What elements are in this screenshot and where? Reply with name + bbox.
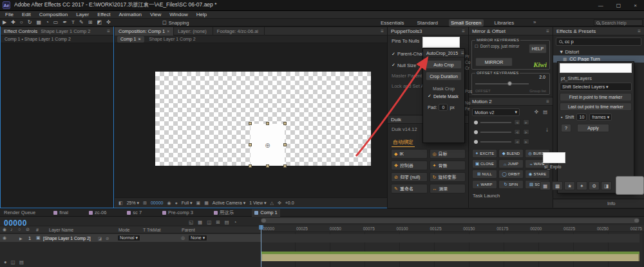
tab-footage[interactable]: Footage: 4/zc-06.ai <box>213 27 265 35</box>
tab-motion-2[interactable]: Motion 2 <box>472 99 492 104</box>
help-button[interactable]: HELP <box>529 44 547 54</box>
composition-viewer[interactable]: ⊕ <box>115 43 387 197</box>
snapping-toggle[interactable]: ☐Snapping <box>162 19 189 26</box>
comp-tab-comp-1[interactable]: Comp 1 <box>252 209 279 217</box>
info-panel-tab[interactable]: Info <box>553 199 644 208</box>
selection-handle[interactable] <box>266 122 269 125</box>
selection-handle[interactable] <box>283 122 287 125</box>
parent-pickwhip-icon[interactable]: ◎ <box>181 235 185 241</box>
warp-button[interactable]: ◐ WARP <box>472 180 497 189</box>
selection-handle[interactable] <box>283 164 287 168</box>
offset-value[interactable]: 2.0 <box>539 75 545 79</box>
workspace-essentials[interactable]: Essentials <box>379 19 406 26</box>
highlighted-input[interactable] <box>422 37 460 48</box>
menu-item[interactable]: Animation <box>118 12 142 17</box>
tab-mirror-offset[interactable]: Mirror & Offset <box>472 28 506 34</box>
comp-tab-final[interactable]: final <box>51 209 71 217</box>
menu-item[interactable]: Help <box>196 12 207 17</box>
slider-track[interactable] <box>480 132 511 133</box>
menu-item[interactable]: Composition <box>39 12 68 17</box>
list-icon[interactable]: ▤ <box>543 109 547 115</box>
layer-expander[interactable]: ▶ <box>19 236 23 241</box>
slider-right-button[interactable]: ▹ <box>523 139 529 144</box>
expand-inout-icon[interactable]: ▤ <box>19 259 24 265</box>
crop-duration-button[interactable]: Crop Duration <box>426 72 462 81</box>
split-view-icon[interactable]: ◨ <box>601 181 612 190</box>
tab-puppettools3[interactable]: PuppetTools3 <box>391 28 422 34</box>
subtab-shape-layer[interactable]: Shape Layer 1 Comp 2 <box>149 37 196 41</box>
slider-handle-icon[interactable] <box>474 140 478 144</box>
draft-3d-icon[interactable]: ▦ <box>198 219 202 225</box>
rename-button[interactable]: ✎ 重命名 <box>391 184 428 193</box>
effects-search-input[interactable]: cc p <box>556 37 641 46</box>
workspace-standard[interactable]: Standard <box>415 19 439 26</box>
grid-view-icon[interactable]: ▦ <box>540 181 551 190</box>
selection-tool-icon[interactable]: ▶ <box>3 19 6 26</box>
panel-menu-icon[interactable]: ≡ <box>461 50 464 56</box>
down-arrow-icon[interactable]: ↓ <box>545 126 549 133</box>
unified-camera-tool-icon[interactable]: ▦ <box>36 19 41 26</box>
slider-handle-icon[interactable] <box>474 130 478 134</box>
selection-handle[interactable] <box>249 122 252 125</box>
measure-button[interactable]: ↔ 测量 <box>430 184 466 193</box>
column-mode[interactable]: Mode <box>118 228 130 232</box>
layer-visibility-toggle[interactable]: ◉ <box>3 235 6 241</box>
dont-copy-checkbox[interactable]: ☐ Don't copy, just mirror <box>475 44 525 48</box>
floating-text-input[interactable] <box>543 152 565 163</box>
expand-transfer-icon[interactable]: ● <box>4 259 7 265</box>
workspace-libraries[interactable]: Libraries <box>493 19 516 26</box>
fast-previews-icon[interactable]: ✜ <box>278 201 281 206</box>
delete-mask-option[interactable]: ✓ Delete Mask <box>428 94 460 99</box>
sparkle-icon[interactable]: ✦ <box>576 181 587 190</box>
resolution-select[interactable]: Full ▾ <box>182 201 193 206</box>
puppet-pin-tool-icon[interactable]: ✜ <box>106 19 111 26</box>
subtab-comp-1[interactable]: Comp 1 × <box>117 36 144 43</box>
expand-modes-icon[interactable]: ◫ <box>11 259 15 265</box>
viewer-timecode[interactable]: 00000 <box>151 201 163 205</box>
slider-track[interactable] <box>480 141 511 143</box>
pan-behind-tool-icon[interactable]: ◔ <box>46 19 49 26</box>
pixel-aspect-icon[interactable]: △ <box>270 201 274 206</box>
motion-blur-icon[interactable]: ▤ <box>225 219 229 225</box>
slider-track[interactable] <box>480 122 511 123</box>
comp-tab-zc-06[interactable]: zc-06 <box>86 209 109 217</box>
shy-switch-icon[interactable]: ◪ <box>98 236 102 241</box>
navigator-start-handle[interactable] <box>261 219 266 222</box>
master-parent-option[interactable]: Master Parent <box>392 73 422 79</box>
orbit-button[interactable]: ◯ ORBIT <box>498 170 524 179</box>
stare-button[interactable]: ◉ STARE <box>525 170 550 179</box>
motion-preset-select[interactable]: Motion v2▾ <box>472 108 520 116</box>
slider-left-button[interactable]: ◃ <box>514 139 520 144</box>
clone-stamp-tool-icon[interactable]: ⊞ <box>88 19 93 26</box>
eraser-tool-icon[interactable]: ◩ <box>97 19 102 26</box>
shift-frames-value[interactable]: 10 <box>576 114 587 121</box>
offset-slider[interactable] <box>475 83 529 84</box>
tab-composition[interactable]: Composition: Comp 1× <box>115 27 174 35</box>
snapshot-icon[interactable]: ◉ <box>167 201 171 206</box>
panel-menu-icon[interactable]: ≡ <box>638 28 641 34</box>
task-launch-label[interactable]: Task Launch <box>473 193 500 199</box>
ik-button[interactable]: ◆ IK <box>391 149 428 159</box>
controller-button[interactable]: ✚ 控制器 <box>391 161 428 170</box>
last-out-point-button[interactable]: Last out point to time marker <box>560 103 632 111</box>
selection-handle[interactable] <box>283 143 287 146</box>
slider-left-button[interactable]: ◃ <box>514 129 520 135</box>
panel-drag-thumb[interactable] <box>616 176 644 195</box>
first-in-point-button[interactable]: First in point to time marker <box>560 93 632 101</box>
choose-grid-guides-icon[interactable]: ⊞ <box>143 201 147 206</box>
slider-right-button[interactable]: ▹ <box>523 129 529 135</box>
magnification-select[interactable]: 25% ▾ <box>127 201 139 206</box>
frame-blend-icon[interactable]: ⊞ <box>216 219 220 225</box>
maximize-button[interactable]: ▢ <box>612 3 626 8</box>
anchor-point-icon[interactable]: ⊕ <box>265 141 270 148</box>
time-ruler[interactable]: 0000000025000500007500100001250015000175… <box>261 225 644 232</box>
pointer-icon[interactable]: ✜ <box>535 109 538 115</box>
panel-menu-icon[interactable]: ≡ <box>546 99 549 104</box>
pad-value[interactable]: 0 <box>439 104 448 111</box>
menu-item[interactable]: Edit <box>22 12 31 17</box>
mirror-button[interactable]: MIRROR <box>475 57 513 66</box>
spin-button[interactable]: ↻ SPIN <box>498 180 524 189</box>
zero-null-button[interactable]: ⊘ 归零 (null) <box>391 172 428 182</box>
slider-right-button[interactable]: ▹ <box>523 119 529 125</box>
region-of-interest-icon[interactable]: ▣ <box>196 201 201 206</box>
